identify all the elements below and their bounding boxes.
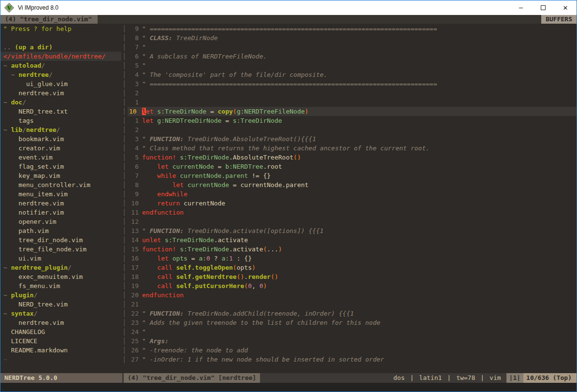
code-line[interactable]: 25" Args: <box>128 336 577 346</box>
minimize-button[interactable]: ─ <box>510 0 532 15</box>
tree-file-flag-set[interactable]: flag_set.vim <box>0 162 121 171</box>
code-line[interactable]: 4" The 'composite' part of the file/dir … <box>128 70 577 79</box>
code-line[interactable]: 8 let currentNode = currentNode.parent <box>128 180 577 189</box>
separator-bar: │ <box>121 208 128 217</box>
tree-help-line[interactable]: " Press ? for help <box>0 24 121 33</box>
token-p <box>161 236 165 244</box>
tree-file-nerd-tree-txt[interactable]: NERD_tree.txt <box>0 107 121 116</box>
line-number: 14 <box>128 235 142 245</box>
tree-file-menu-controller[interactable]: menu_controller.vim <box>0 180 121 189</box>
code-line[interactable]: 9 endwhile <box>128 189 577 199</box>
tree-file-ui[interactable]: ui.vim <box>0 254 121 263</box>
token-d: nerdtree <box>26 126 57 133</box>
code-line[interactable]: 15function! s:TreeDirNode.activate(...) <box>128 245 577 254</box>
code-line[interactable]: 20endfunction <box>128 290 577 300</box>
tree-file-bookmark[interactable]: bookmark.vim <box>0 134 121 144</box>
code-line[interactable]: 11endfunction <box>128 208 577 217</box>
tree-dir-autoload[interactable]: ~ autoload/ <box>0 61 121 70</box>
tree-file-nerd-tree-vim[interactable]: NERD_tree.vim <box>0 300 121 309</box>
code-line[interactable]: 4" Class method that returns the highest… <box>128 144 577 153</box>
code-line[interactable]: 7" <box>128 43 577 52</box>
code-text: let g:NERDTreeDirNode = s:TreeDirNode <box>142 116 282 125</box>
code-text: endfunction <box>142 208 184 217</box>
statusline-item: tw=78 <box>451 373 480 383</box>
tree-root-path[interactable]: </vimfiles/bundle/nerdtree/ <box>0 52 121 61</box>
window-split-separator[interactable]: │││││││││││││││││││││││││││││││││││││ <box>121 24 128 373</box>
tree-file-opener[interactable]: opener.vim <box>0 217 121 226</box>
code-line[interactable]: 9" =====================================… <box>128 24 577 33</box>
token-k: while <box>157 172 176 179</box>
separator-bar: │ <box>121 107 128 116</box>
tree-dir-doc[interactable]: ~ doc/ <box>0 98 121 107</box>
code-line[interactable]: 26" -treenode: the node to add <box>128 346 577 355</box>
code-line[interactable]: 13" FUNCTION: TreeDirNode.activate([opti… <box>128 226 577 235</box>
tree-file-notifier[interactable]: notifier.vim <box>0 208 121 217</box>
token-d: lib <box>11 126 22 133</box>
tree-dir-lib-nerdtree[interactable]: ~ lib/nerdtree/ <box>0 125 121 134</box>
code-line[interactable]: 18 call self.getNerdtree().render() <box>128 272 577 281</box>
code-line[interactable]: 6 let currentNode = b:NERDTree.root <box>128 162 577 171</box>
token-v: b:NERDTree <box>225 163 263 170</box>
tree-file-ui-glue[interactable]: ui_glue.vim <box>0 79 121 88</box>
tree-file-creator[interactable]: creator.vim <box>0 144 121 153</box>
tree-file-readme[interactable]: README.markdown <box>0 346 121 355</box>
token-g: / <box>57 126 60 133</box>
code-line[interactable]: 23" Adds the given treenode to the list … <box>128 318 577 327</box>
tree-file-tags[interactable]: tags <box>0 116 121 125</box>
tree-file-nerdtree-vim[interactable]: nerdtree.vim <box>0 88 121 98</box>
close-button[interactable]: ✕ <box>554 0 577 15</box>
code-line[interactable]: 7 while currentNode.parent != {} <box>128 171 577 180</box>
code-line[interactable]: 21 <box>128 300 577 309</box>
tree-file-event[interactable]: event.vim <box>0 153 121 162</box>
tree-dir-autoload-nerdtree[interactable]: ~ nerdtree/ <box>0 70 121 79</box>
token-fi: flag_set.vim <box>3 163 64 170</box>
token-v: currentNode.parent <box>180 172 248 179</box>
code-line[interactable]: 22" FUNCTION: TreeDirNode.addChild(treen… <box>128 309 577 318</box>
token-fi: ui.vim <box>3 255 41 262</box>
code-line[interactable]: 8" CLASS: TreeDirNode <box>128 33 577 43</box>
tree-dir-nerdtree-plugin[interactable]: ~ nerdtree_plugin/ <box>0 263 121 272</box>
tree-file-tree-dir-node[interactable]: tree_dir_node.vim <box>0 235 121 245</box>
code-line[interactable]: 5function! s:TreeDirNode.AbsoluteTreeRoo… <box>128 153 577 162</box>
tree-end-of-buffer[interactable]: ~ <box>0 355 121 364</box>
tree-dir-plugin[interactable]: ~ plugin/ <box>0 290 121 300</box>
code-text: " A subclass of NERDTreeFileNode. <box>142 52 267 61</box>
tab-tree-dir-node[interactable]: (4) "tree_dir_node.vim" <box>0 15 98 24</box>
token-p: ... <box>267 246 278 253</box>
maximize-button[interactable] <box>532 0 554 15</box>
tree-file-key-map[interactable]: key_map.vim <box>0 171 121 180</box>
tree-blank[interactable] <box>0 33 121 43</box>
tree-dir-syntax[interactable]: ~ syntax/ <box>0 309 121 318</box>
code-line[interactable]: 1 <box>128 98 577 107</box>
code-line[interactable]: 3" =====================================… <box>128 79 577 88</box>
tree-file-changelog[interactable]: CHANGELOG <box>0 327 121 336</box>
code-line[interactable]: 17 call self.toggleOpen(opts) <box>128 263 577 272</box>
token-v: g:NERDTreeFileNode <box>237 108 305 115</box>
tree-file-menu-item[interactable]: menu_item.vim <box>0 189 121 199</box>
tree-file-tree-file-node[interactable]: tree_file_node.vim <box>0 245 121 254</box>
code-line[interactable]: 16 let opts = a:0 ? a:1 : {} <box>128 254 577 263</box>
code-line[interactable]: 19 call self.putCursorHere(0, 0) <box>128 281 577 290</box>
statusline-right: dos|latin1|tw=78|vim <box>388 373 506 383</box>
code-line[interactable]: 10 return currentNode <box>128 199 577 208</box>
token-fi: nerdtree.vim <box>3 89 64 97</box>
tree-up-dir[interactable]: .. (up a dir) <box>0 43 121 52</box>
tree-file-exec-menuitem[interactable]: exec_menuitem.vim <box>0 272 121 281</box>
code-line-current[interactable]: 10let s:TreeDirNode = copy(g:NERDTreeFil… <box>128 107 577 116</box>
code-line[interactable]: 14unlet s:TreeDirNode.activate <box>128 235 577 245</box>
code-line[interactable]: 5" <box>128 61 577 70</box>
tree-file-licence[interactable]: LICENCE <box>0 336 121 346</box>
code-line[interactable]: 2 <box>128 88 577 98</box>
tree-file-nerdtree-syntax[interactable]: nerdtree.vim <box>0 318 121 327</box>
code-line[interactable]: 3" FUNCTION: TreeDirNode.AbsoluteTreeRoo… <box>128 134 577 144</box>
code-line[interactable]: 1let g:NERDTreeDirNode = s:TreeDirNode <box>128 116 577 125</box>
token-k: let <box>173 181 184 189</box>
code-line[interactable]: 12 <box>128 217 577 226</box>
code-line[interactable]: 27" -inOrder: 1 if the new node should b… <box>128 355 577 364</box>
tree-file-path[interactable]: path.vim <box>0 226 121 235</box>
tree-file-nerdtree-lib[interactable]: nerdtree.vim <box>0 199 121 208</box>
code-line[interactable]: 2 <box>128 125 577 134</box>
tree-file-fs-menu[interactable]: fs_menu.vim <box>0 281 121 290</box>
code-line[interactable]: 6" A subclass of NERDTreeFileNode. <box>128 52 577 61</box>
code-line[interactable]: 24" <box>128 327 577 336</box>
